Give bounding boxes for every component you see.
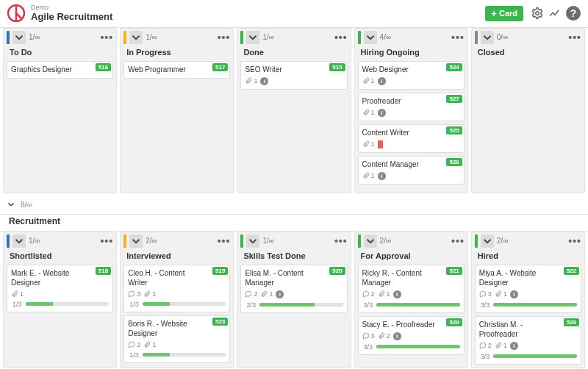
card[interactable]: 520 Elisa M. - Content Manager 21i 2/3 (240, 265, 347, 313)
progress-bar (376, 303, 460, 307)
subtask-count: 1/3 (128, 301, 139, 308)
column-collapse-toggle[interactable] (481, 31, 494, 44)
card-title: Content Writer (362, 128, 460, 137)
card-title: Stacy E. - Proofreader (362, 320, 460, 329)
progress-bar (493, 354, 577, 358)
card[interactable]: 519 Cleo H. - Content Writer 31 1/3 (123, 265, 230, 312)
column-title: Shortlisted (4, 250, 116, 263)
attachment-icon: 1 (362, 172, 375, 179)
progress-bar (143, 302, 226, 306)
card[interactable]: 521 Ricky R. - Content Manager 21i 3/3 (358, 265, 465, 313)
comments-icon: 2 (479, 342, 492, 349)
subtask-count: 2/3 (245, 301, 256, 309)
card-id-badge: 528 (564, 318, 579, 326)
info-icon: i (510, 290, 518, 298)
board-title: Agile Recruitment (31, 11, 112, 23)
column-collapse-toggle[interactable] (481, 234, 494, 248)
card[interactable]: 524 Web Designer 1i (358, 61, 465, 90)
card-id-badge: 516 (96, 63, 111, 71)
board-column: 1/∞ ••• In Progress 517 Web Programmer (120, 28, 234, 193)
settings-icon[interactable] (529, 5, 545, 21)
column-card-count: 1/∞ (146, 33, 157, 41)
card[interactable]: 522 Miya A. - Website Designer 31i 3/3 (475, 265, 581, 313)
card[interactable]: 528 Christian M. - Proofreader 21i 3/3 (475, 316, 581, 365)
info-icon: i (276, 290, 284, 298)
card-title: Content Manager (362, 160, 460, 169)
column-menu-icon[interactable]: ••• (568, 235, 581, 247)
card-title: Web Programmer (128, 65, 226, 74)
column-color-strip (358, 31, 361, 44)
column-menu-icon[interactable]: ••• (218, 235, 231, 247)
analytics-icon[interactable] (547, 5, 563, 21)
column-menu-icon[interactable]: ••• (334, 32, 348, 43)
column-menu-icon[interactable]: ••• (100, 235, 113, 247)
card-title: Elisa M. - Content Manager (245, 268, 343, 287)
subtask-count: 3/3 (362, 301, 373, 309)
add-card-button[interactable]: + Card (485, 6, 523, 21)
comments-icon: 2 (128, 341, 140, 348)
board-column: 2/∞ ••• Hired 522 Miya A. - Website Desi… (471, 232, 585, 368)
card[interactable]: 518 Mark E. - Website Designer 1 1/3 (7, 265, 113, 312)
help-icon[interactable]: ? (566, 6, 581, 21)
subtask-count: 3/3 (479, 353, 490, 360)
comments-icon: 3 (362, 332, 375, 340)
column-collapse-toggle[interactable] (12, 234, 26, 248)
column-color-strip (123, 234, 126, 248)
column-collapse-toggle[interactable] (246, 234, 259, 248)
card[interactable]: 516 Graphics Designer (7, 61, 113, 79)
column-color-strip (7, 31, 10, 44)
column-color-strip (7, 234, 10, 248)
column-card-count: 0/∞ (497, 33, 508, 41)
column-menu-icon[interactable]: ••• (568, 32, 581, 43)
card-id-badge: 521 (446, 267, 462, 275)
column-card-count: 2/∞ (146, 237, 157, 245)
board-subtitle: Demo (31, 4, 112, 11)
column-card-count: 1/∞ (262, 237, 273, 245)
board-column: 1/∞ ••• Shortlisted 518 Mark E. - Websit… (3, 232, 117, 368)
card[interactable]: 527 Proofreader 1i (358, 93, 465, 121)
card[interactable]: 517 Web Programmer (123, 61, 230, 79)
column-collapse-toggle[interactable] (129, 234, 143, 248)
column-title: To Do (4, 46, 116, 60)
comments-icon: 2 (245, 290, 257, 298)
column-collapse-toggle[interactable] (246, 31, 259, 44)
card[interactable]: 526 Content Manager 1i (358, 156, 465, 184)
column-menu-icon[interactable]: ••• (100, 32, 113, 43)
column-title: Closed (472, 46, 584, 60)
card-id-badge: 515 (329, 63, 345, 71)
column-collapse-toggle[interactable] (12, 31, 26, 44)
column-title: In Progress (121, 46, 233, 60)
swimlane-name: Recruitment (0, 215, 588, 232)
column-menu-icon[interactable]: ••• (451, 235, 465, 247)
card[interactable]: 525 Content Writer 1 (358, 124, 465, 153)
subtask-count: 1/3 (128, 351, 139, 359)
board-column: 1/∞ ••• Skills Test Done 520 Elisa M. - … (237, 232, 351, 368)
svg-point-1 (536, 12, 539, 15)
swimlane-collapse-toggle[interactable] (6, 199, 16, 211)
column-menu-icon[interactable]: ••• (334, 235, 348, 247)
info-icon: i (260, 77, 268, 85)
plus-icon: + (491, 9, 497, 18)
column-color-strip (475, 31, 478, 44)
column-collapse-toggle[interactable] (129, 31, 143, 44)
card[interactable]: 523 Boris R. - Website Designer 21 1/3 (123, 315, 230, 363)
subtask-count: 3/3 (479, 301, 490, 309)
column-title: Skills Test Done (237, 250, 350, 263)
column-color-strip (240, 234, 243, 248)
card[interactable]: 529 Stacy E. - Proofreader 32i 3/3 (358, 316, 465, 355)
column-title: Interviewed (121, 250, 233, 263)
progress-bar (376, 345, 460, 348)
card-title: Graphics Designer (11, 65, 109, 74)
column-color-strip (240, 31, 243, 44)
card-id-badge: 527 (446, 95, 462, 103)
column-color-strip (123, 31, 126, 44)
card[interactable]: 515 SEO Writer 1i (240, 61, 347, 90)
info-icon: i (393, 290, 401, 298)
board-column: 1/∞ ••• To Do 516 Graphics Designer (3, 28, 117, 193)
column-menu-icon[interactable]: ••• (451, 32, 465, 43)
subtask-count: 1/3 (11, 301, 22, 308)
swimlane-count: 8/∞ (21, 201, 32, 209)
column-collapse-toggle[interactable] (364, 234, 377, 248)
column-collapse-toggle[interactable] (364, 31, 377, 44)
column-menu-icon[interactable]: ••• (218, 32, 231, 43)
